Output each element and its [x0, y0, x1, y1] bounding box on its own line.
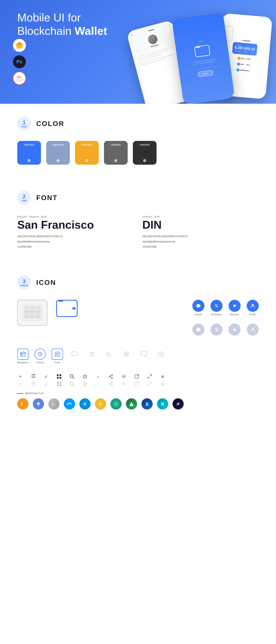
svg-text:Z: Z [99, 402, 101, 406]
aion-icon [141, 398, 153, 410]
photoshop-icon: Ps [13, 55, 26, 68]
assets-icon-grey [192, 324, 204, 336]
settings-icon-grey [121, 382, 127, 388]
font-section-header: 2 TWO FONT [17, 191, 259, 205]
svg-text:₿: ₿ [21, 402, 23, 406]
litecoin-icon: Ł [48, 398, 59, 410]
discover-label: Discover [230, 313, 239, 316]
hero-tool-icons: Ps 60+ Screens [13, 39, 26, 85]
font-sf-name: San Francisco [17, 219, 134, 230]
swatch-dot [28, 159, 31, 162]
svg-point-12 [252, 328, 254, 330]
svg-rect-58 [57, 382, 59, 384]
font-din-uppercase: ABCDEFGHIJKLMNOPQRSTUVWXYZ [142, 234, 259, 239]
profile-icon [247, 300, 259, 312]
color-section: 1 ONE COLOR #3574FA #8DA0C8 #F5A823 #666… [0, 104, 276, 178]
svg-point-47 [123, 376, 125, 377]
assets-icon-item: Assets [192, 300, 204, 316]
wallet-colored-icon [56, 300, 78, 317]
history-label: History [36, 361, 44, 364]
color-section-title: COLOR [36, 120, 64, 128]
svg-rect-33 [31, 376, 31, 376]
svg-line-69 [110, 384, 112, 385]
color-section-header: 1 ONE COLOR [17, 117, 259, 130]
font-section-number: 2 TWO [17, 191, 31, 205]
layers-icon-item [86, 348, 98, 360]
management-nav-item: Mangment [17, 348, 28, 364]
svg-rect-31 [32, 377, 35, 378]
svg-rect-29 [32, 374, 35, 375]
icon-section-title: ICON [36, 278, 56, 286]
font-grid: Regular ' Medium ' Bold San Francisco AB… [17, 215, 259, 250]
chat-icon-item [69, 348, 80, 360]
profile-icon-grey-item [247, 324, 259, 336]
swatch-dot [114, 159, 117, 162]
expand-icon-grey [147, 382, 153, 388]
chat2-icon-item [138, 348, 149, 360]
font-din-lowercase: abcdefghijklmnopqrstuvwxyz [142, 239, 259, 244]
svg-rect-34 [31, 377, 31, 378]
svg-rect-55 [31, 382, 31, 382]
list-icon [30, 374, 36, 380]
swatch-dark: #303030 [133, 141, 156, 165]
plus-icon: + [17, 374, 23, 380]
svg-line-63 [73, 385, 74, 386]
check-icon: ✓ [43, 374, 49, 380]
swatch-grey: #666666 [104, 141, 128, 165]
font-section-title: FONT [36, 194, 58, 202]
order-nav-icon [52, 348, 63, 360]
blockchain-line [17, 393, 23, 394]
svg-marker-86 [129, 402, 134, 406]
discover-icon [229, 300, 241, 312]
order-label: Order [54, 361, 60, 364]
svg-rect-25 [141, 352, 146, 356]
svg-line-49 [137, 375, 138, 376]
maximize-icon-grey [134, 382, 140, 388]
search-icon [69, 374, 75, 380]
color-swatches-container: #3574FA #8DA0C8 #F5A823 #666666 #303030 [17, 141, 259, 165]
small-icons-row2: + ✓ [17, 382, 259, 388]
management-nav-icon [17, 348, 28, 360]
svg-rect-57 [31, 385, 31, 385]
expand-icon [147, 374, 153, 380]
star-icon [82, 374, 88, 380]
close-icon: ✕ [159, 374, 166, 380]
svg-rect-52 [32, 382, 35, 382]
svg-text:D: D [84, 402, 86, 406]
svg-point-7 [234, 305, 236, 307]
status-icon [126, 398, 137, 410]
font-din-name: DIN [142, 219, 259, 230]
svg-line-68 [110, 383, 112, 384]
svg-rect-32 [31, 374, 31, 375]
history-nav-icon [34, 348, 46, 360]
wallet-wireframe-icon [17, 300, 47, 326]
svg-rect-61 [59, 384, 61, 386]
ethereum-icon [33, 398, 44, 410]
crypto-icons-row: ₿ Ł D Z [17, 398, 259, 410]
moon-icon-item [104, 348, 115, 360]
exchange-icon-grey [210, 324, 223, 336]
svg-rect-21 [72, 352, 77, 356]
svg-marker-75 [37, 402, 40, 405]
discover-icon-grey-item [229, 324, 241, 336]
svg-line-50 [150, 375, 151, 376]
svg-text:Ł: Ł [52, 402, 55, 406]
dash-icon: D [79, 398, 91, 410]
profile-icon-item: Profile [247, 300, 259, 316]
icon-section: 3 THREE ICON [0, 262, 276, 422]
svg-rect-71 [135, 382, 139, 386]
profile-label: Profile [249, 313, 256, 316]
grid-icon [56, 374, 62, 380]
management-label: Mangment [17, 361, 28, 364]
font-section: 2 TWO FONT Regular ' Medium ' Bold San F… [0, 178, 276, 262]
svg-line-73 [148, 384, 149, 386]
svg-point-43 [109, 376, 110, 377]
font-din-weight: Medium ' Bold [142, 215, 259, 218]
hero-title: Mobile UI for Blockchain Wallet [17, 11, 125, 38]
svg-point-28 [161, 353, 161, 353]
app-icons-grey-row [192, 324, 259, 336]
svg-line-51 [148, 377, 149, 378]
swatch-grey-blue: #8DA0C8 [46, 141, 70, 165]
svg-point-70 [123, 383, 125, 385]
svg-point-44 [112, 377, 113, 378]
